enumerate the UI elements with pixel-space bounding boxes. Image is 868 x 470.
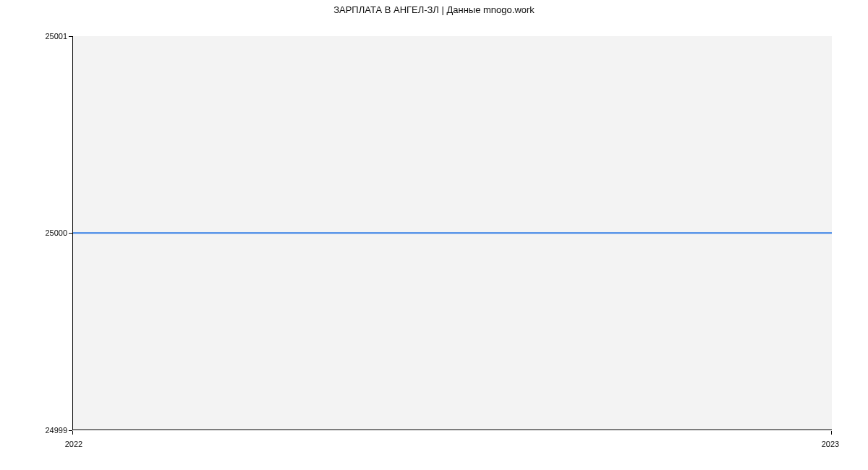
x-tick-label: 2023 — [816, 440, 845, 448]
x-tick-mark — [831, 431, 832, 435]
chart-title: ЗАРПЛАТА В АНГЕЛ-ЗЛ | Данные mnogo.work — [0, 4, 868, 15]
y-tick-mark — [69, 233, 72, 234]
x-tick-label: 2022 — [59, 440, 88, 448]
y-tick-label: 25000 — [24, 228, 67, 237]
y-tick-label: 24999 — [24, 426, 67, 435]
y-tick-label: 25001 — [24, 32, 67, 40]
x-tick-mark — [72, 431, 73, 435]
plot-area — [72, 36, 832, 430]
data-line — [73, 232, 832, 234]
y-tick-mark — [69, 36, 72, 37]
